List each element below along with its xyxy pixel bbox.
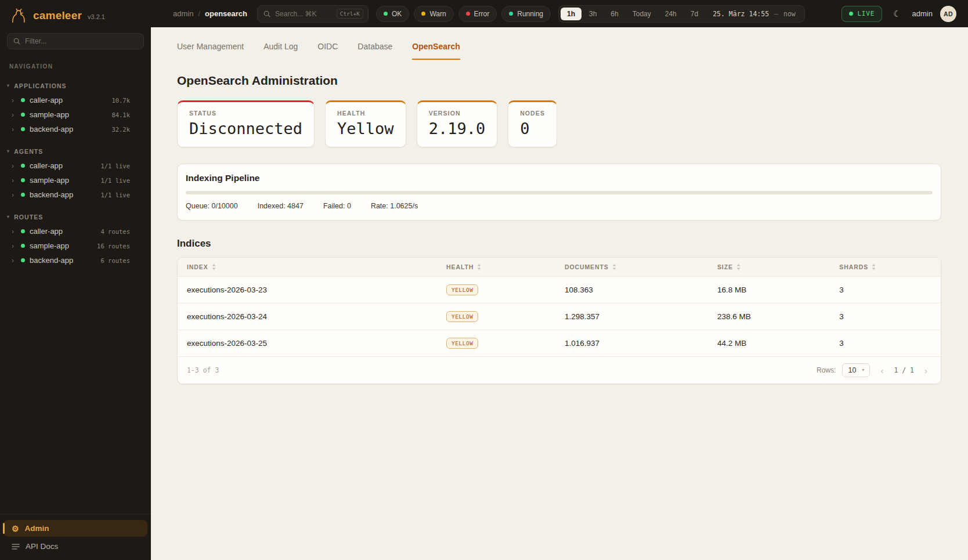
tab-user-management[interactable]: User Management <box>177 42 244 60</box>
sidebar-item-badge: 10.7k <box>111 97 130 104</box>
sidebar-item-badge: 32.2k <box>111 126 130 133</box>
sidebar-item[interactable]: › sample-app 1/1 live <box>0 173 151 187</box>
live-label: LIVE <box>857 10 875 17</box>
prev-page-button[interactable]: ‹ <box>876 365 887 376</box>
search-icon <box>263 10 270 17</box>
stat-card-value: 0 <box>520 120 545 138</box>
sidebar-item-badge: 84.1k <box>111 111 130 118</box>
sort-icon <box>612 264 616 270</box>
app-logo: cameleer v3.2.1 <box>0 0 151 28</box>
pagination-range-text: 1-3 of 3 <box>187 366 219 374</box>
sidebar-item-label: sample-app <box>30 110 69 119</box>
section-applications: ▾ APPLICATIONS › caller-app 10.7k › samp… <box>0 80 151 136</box>
section-header-agents[interactable]: ▾ AGENTS <box>0 146 151 158</box>
cell-size: 16.8 MB <box>708 278 830 302</box>
global-search-input[interactable] <box>275 10 332 18</box>
keyboard-shortcut-badge: Ctrl+K <box>337 9 363 19</box>
time-range-today[interactable]: Today <box>626 8 658 20</box>
chevron-down-icon: ▾ <box>7 149 10 154</box>
sidebar-item-label: backend-app <box>30 190 73 199</box>
page-title: OpenSearch Administration <box>177 74 941 88</box>
sidebar: cameleer v3.2.1 NAVIGATION ▾ APPLICATION… <box>0 0 151 560</box>
tab-bar: User Management Audit Log OIDC Database … <box>177 42 941 60</box>
column-header-shards[interactable]: SHARDS <box>830 258 941 276</box>
column-header-index[interactable]: INDEX <box>178 258 437 276</box>
pipeline-stat-queue: Queue: 0/10000 <box>186 202 238 210</box>
tab-audit-log[interactable]: Audit Log <box>263 42 298 60</box>
tab-oidc[interactable]: OIDC <box>317 42 338 60</box>
column-header-health[interactable]: HEALTH <box>437 258 555 276</box>
moon-icon: ☾ <box>893 9 901 19</box>
sidebar-item[interactable]: › backend-app 32.2k <box>0 122 151 136</box>
time-range-6h[interactable]: 6h <box>604 8 624 20</box>
time-range-24h[interactable]: 24h <box>659 8 683 20</box>
pipeline-progress-bar <box>186 191 933 194</box>
cell-index: executions-2026-03-25 <box>178 331 437 355</box>
sidebar-item-admin[interactable]: ⚙ Admin <box>3 520 147 537</box>
sidebar-filter-input[interactable] <box>25 37 138 45</box>
chevron-right-icon: › <box>12 177 16 184</box>
status-dot <box>21 244 25 248</box>
status-dot <box>21 98 25 102</box>
time-range-3h[interactable]: 3h <box>583 8 603 20</box>
sidebar-item[interactable]: › backend-app 1/1 live <box>0 187 151 202</box>
health-badge: YELLOW <box>446 311 478 322</box>
filter-pill-error[interactable]: Error <box>458 6 497 22</box>
column-header-documents[interactable]: DOCUMENTS <box>555 258 708 276</box>
filter-label: Error <box>474 10 490 18</box>
date-range-dash: — <box>774 10 778 18</box>
username: admin <box>912 9 933 18</box>
sidebar-api-docs-label: API Docs <box>26 542 58 551</box>
column-label: SHARDS <box>839 263 868 270</box>
time-range-7d[interactable]: 7d <box>684 8 705 20</box>
status-dot <box>21 193 25 197</box>
section-routes: ▾ ROUTES › caller-app 4 routes › sample-… <box>0 211 151 268</box>
search-icon <box>13 38 20 45</box>
tab-database[interactable]: Database <box>357 42 392 60</box>
sidebar-item[interactable]: › caller-app 10.7k <box>0 93 151 107</box>
rows-per-page-value: 10 <box>848 366 856 374</box>
breadcrumb-separator: / <box>198 9 200 18</box>
sidebar-item-api-docs[interactable]: API Docs <box>3 537 147 553</box>
column-header-size[interactable]: SIZE <box>708 258 830 276</box>
next-page-button[interactable]: › <box>920 365 931 376</box>
stat-cards: STATUS Disconnected HEALTH Yellow VERSIO… <box>177 100 941 147</box>
sidebar-item[interactable]: › caller-app 4 routes <box>0 224 151 239</box>
section-header-routes[interactable]: ▾ ROUTES <box>0 211 151 224</box>
sidebar-item[interactable]: › sample-app 16 routes <box>0 239 151 253</box>
avatar[interactable]: AD <box>940 6 956 22</box>
sidebar-item[interactable]: › backend-app 6 routes <box>0 253 151 268</box>
table-header-row: INDEX HEALTH DOCUMENTS SIZE SHARDS <box>178 258 941 277</box>
sidebar-item-label: sample-app <box>30 176 69 185</box>
filter-pill-running[interactable]: Running <box>501 6 551 22</box>
filter-pill-ok[interactable]: OK <box>376 6 409 22</box>
dark-mode-toggle[interactable]: ☾ <box>890 6 904 21</box>
sidebar-item[interactable]: › sample-app 84.1k <box>0 107 151 122</box>
rows-per-page-label: Rows: <box>817 366 836 374</box>
stat-card-label: NODES <box>520 110 545 117</box>
cell-health: YELLOW <box>437 330 555 356</box>
time-range-1h[interactable]: 1h <box>561 8 581 20</box>
pipeline-stats: Queue: 0/10000 Indexed: 4847 Failed: 0 R… <box>186 202 933 210</box>
date-range-display[interactable]: 25. März 14:55 — now <box>706 10 803 18</box>
section-header-applications[interactable]: ▾ APPLICATIONS <box>0 80 151 93</box>
filter-pill-warn[interactable]: Warn <box>414 6 453 22</box>
chevron-right-icon: › <box>12 97 16 104</box>
navigation-label: NAVIGATION <box>0 56 151 71</box>
pipeline-stat-indexed: Indexed: 4847 <box>258 202 304 210</box>
sidebar-item-badge: 4 routes <box>100 228 130 235</box>
rows-per-page-select[interactable]: 10 ▾ <box>842 363 870 377</box>
list-icon <box>12 543 20 550</box>
live-button[interactable]: LIVE <box>841 6 882 22</box>
chevron-down-icon: ▾ <box>7 84 10 88</box>
column-label: HEALTH <box>446 263 474 270</box>
table-row: executions-2026-03-23 YELLOW 108.363 16.… <box>178 277 941 304</box>
sidebar-item-label: sample-app <box>30 241 69 250</box>
sidebar-item[interactable]: › caller-app 1/1 live <box>0 158 151 173</box>
tab-opensearch[interactable]: OpenSearch <box>412 42 460 60</box>
table-body: executions-2026-03-23 YELLOW 108.363 16.… <box>178 277 941 356</box>
chevron-right-icon: › <box>12 126 16 133</box>
breadcrumb-admin[interactable]: admin <box>173 9 193 18</box>
chevron-right-icon: › <box>12 192 16 198</box>
chevron-right-icon: › <box>12 111 16 118</box>
